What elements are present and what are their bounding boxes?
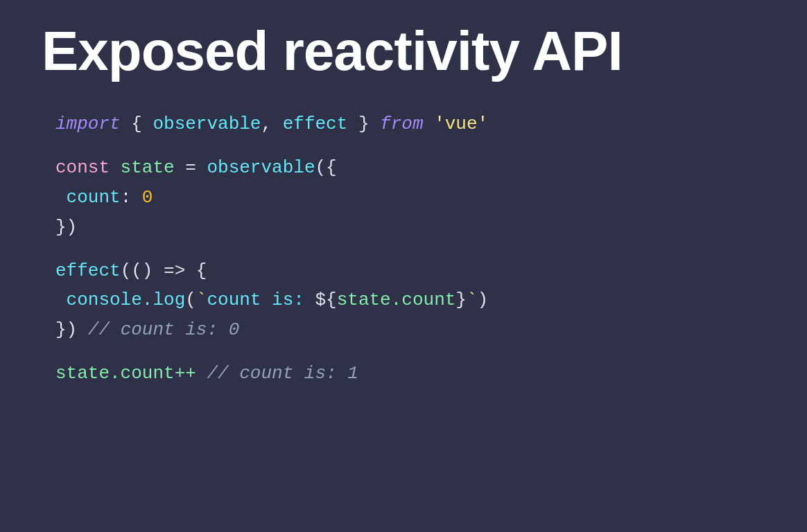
colon: :	[121, 187, 142, 208]
page-container: Exposed reactivity API import { observab…	[0, 0, 807, 532]
code-line-8: state.count++ // count is: 1	[55, 359, 765, 389]
code-line-4: })	[55, 213, 765, 242]
code-line-2: const state = observable({	[55, 153, 765, 183]
var-state: state	[110, 157, 175, 178]
keyword-const: const	[55, 157, 110, 178]
code-block: import { observable, effect } from 'vue'…	[42, 109, 765, 389]
code-line-7: }) // count is: 0	[55, 315, 765, 345]
prop-count: count	[55, 187, 121, 208]
comma1: ,	[261, 114, 282, 134]
keyword-from: from	[380, 114, 423, 134]
paren-template: (	[185, 290, 196, 310]
effect-paren: (() => {	[121, 260, 207, 281]
comment-count-1: // count is: 1	[196, 363, 358, 384]
console-log: console.log	[55, 290, 185, 310]
string-vue: 'vue'	[424, 114, 489, 134]
code-line-3: count: 0	[55, 183, 765, 213]
code-line-6: console.log(`count is: ${state.count}`)	[55, 285, 765, 315]
fn-observable: observable	[153, 114, 261, 134]
code-line-1: import { observable, effect } from 'vue'	[55, 109, 765, 139]
close-effect: })	[55, 319, 77, 340]
paren-close: )	[478, 290, 489, 310]
blank-line-3	[55, 345, 765, 359]
backtick-close: `	[467, 290, 478, 310]
val-zero: 0	[142, 187, 153, 208]
keyword-import: import	[55, 114, 121, 134]
close-obj: })	[55, 217, 77, 238]
fn-effect-call: effect	[55, 260, 121, 281]
interp-close: }	[455, 290, 467, 310]
template-count-text: count is:	[207, 290, 315, 310]
code-line-5: effect(() => {	[55, 256, 765, 286]
state-count-interp: state.count	[337, 290, 456, 310]
blank-line-1	[55, 139, 765, 153]
page-title: Exposed reactivity API	[42, 21, 765, 82]
paren-open: ({	[315, 157, 336, 178]
eq-sign: =	[175, 157, 207, 178]
fn-observable-call: observable	[207, 157, 315, 178]
comment-count-0: // count is: 0	[77, 319, 239, 340]
fn-effect: effect	[283, 114, 348, 134]
punct-close: }	[347, 114, 380, 134]
backtick-open: `	[196, 290, 207, 310]
blank-line-2	[55, 242, 765, 256]
interp-open: ${	[315, 290, 336, 310]
punct-open: {	[121, 114, 153, 134]
state-count-pp: state.count++	[55, 363, 196, 384]
